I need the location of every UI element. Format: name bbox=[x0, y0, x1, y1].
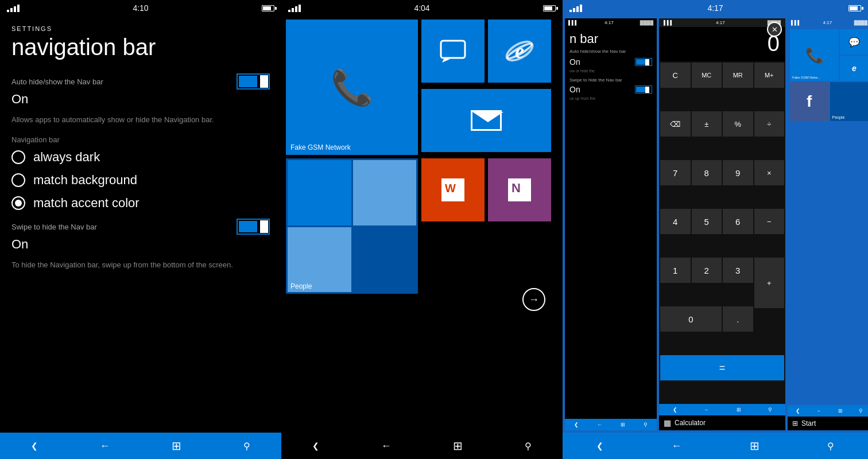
mini-search-1[interactable]: ⚲ bbox=[644, 422, 648, 427]
calc-btn-c[interactable]: C bbox=[660, 63, 691, 88]
mini-search-2[interactable]: ⚲ bbox=[768, 407, 772, 413]
windows-icon-1[interactable]: ⊞ bbox=[172, 439, 181, 453]
calc-btn-equals[interactable]: = bbox=[660, 355, 784, 380]
mini-toggle-row-2: Swipe to hide the Nav bar bbox=[569, 77, 652, 83]
mini-time-3: 4:17 bbox=[823, 20, 832, 25]
radio-outer-3[interactable] bbox=[11, 196, 25, 210]
messaging-tile[interactable] bbox=[421, 20, 485, 83]
more-arrow[interactable]: → bbox=[522, 288, 545, 311]
mini-search-3[interactable]: ⚲ bbox=[859, 408, 863, 414]
status-bar-2: 4:04 bbox=[281, 0, 563, 16]
windows-icon-2[interactable]: ⊞ bbox=[453, 439, 463, 453]
mini-nav-1: ❮ ← ⊞ ⚲ bbox=[565, 419, 657, 430]
back-icon-2[interactable]: ← bbox=[381, 440, 392, 452]
chevron-icon-1[interactable]: ❮ bbox=[31, 441, 38, 450]
mini-chevron-1[interactable]: ❮ bbox=[574, 422, 579, 427]
calc-btn-backspace[interactable]: ⌫ bbox=[660, 111, 691, 137]
back-icon-1[interactable]: ← bbox=[100, 440, 110, 452]
chevron-icon-3[interactable]: ❮ bbox=[596, 441, 603, 450]
calc-btn-mc[interactable]: MC bbox=[692, 63, 722, 88]
calc-btn-7[interactable]: 7 bbox=[660, 160, 691, 185]
mini-win-1[interactable]: ⊞ bbox=[621, 422, 625, 427]
calc-btn-8[interactable]: 8 bbox=[692, 160, 722, 185]
mini-people-tile[interactable]: People bbox=[830, 82, 869, 121]
radio-match-accent[interactable]: match accent color bbox=[11, 196, 270, 211]
toggle-track-1[interactable] bbox=[237, 73, 270, 90]
toggle-track-2[interactable] bbox=[237, 219, 270, 235]
calc-btn-dot[interactable]: . bbox=[723, 306, 753, 332]
radio-inner-3 bbox=[15, 200, 22, 207]
autohide-value: On bbox=[11, 92, 270, 107]
settings-panel: 4:10 SETTINGS navigation bar Auto hide/s… bbox=[0, 0, 281, 459]
calc-btn-mplus[interactable]: M+ bbox=[754, 63, 785, 88]
calc-btn-3[interactable]: 3 bbox=[723, 258, 753, 283]
calc-btn-1[interactable]: 1 bbox=[660, 258, 691, 283]
mini-chevron-3[interactable]: ❮ bbox=[796, 408, 800, 414]
mini-calc-phone[interactable]: ✕ ▌▌▌ 4:17 ▓▓▓▓ 0 C MC MR M+ ⌫ ± % ÷ 7 8… bbox=[659, 18, 785, 430]
autohide-toggle[interactable] bbox=[237, 73, 270, 90]
calc-btn-0[interactable]: 0 bbox=[660, 306, 722, 332]
mini-start-tiles: 📞 Fake GSM Netw… 💬 e f bbox=[788, 27, 868, 405]
back-icon-3[interactable]: ← bbox=[671, 440, 681, 452]
mail-tile[interactable] bbox=[421, 89, 551, 152]
mini-toggle-nub-2 bbox=[645, 87, 649, 93]
radio-match-bg[interactable]: match background bbox=[11, 173, 270, 188]
nav-bar-3: ❮ ← ⊞ ⚲ bbox=[563, 433, 868, 459]
mini-chevron-2[interactable]: ❮ bbox=[673, 407, 677, 413]
phone-tile-label: Fake GSM Network bbox=[290, 143, 351, 151]
svg-rect-0 bbox=[441, 41, 465, 58]
calc-btn-5[interactable]: 5 bbox=[692, 209, 722, 234]
office-tile[interactable]: W bbox=[421, 158, 485, 221]
mini-back-3[interactable]: ← bbox=[816, 408, 822, 414]
mini-swipe-label: Swipe to hide the Nav bar bbox=[569, 77, 622, 83]
mini-toggle-2[interactable] bbox=[635, 85, 652, 94]
calc-btn-minus[interactable]: − bbox=[754, 209, 785, 234]
mini-phone-tile[interactable]: 📞 Fake GSM Netw… bbox=[790, 29, 839, 81]
ie-tile[interactable]: e bbox=[488, 20, 551, 83]
mini-win-3[interactable]: ⊞ bbox=[838, 408, 843, 414]
calc-btn-divide[interactable]: ÷ bbox=[754, 111, 785, 137]
battery-icon-2 bbox=[543, 5, 556, 11]
mini-start-phone[interactable]: ▌▌▌ 4:17 ▓▓▓▓ 📞 Fake GSM Netw… 💬 bbox=[788, 18, 868, 430]
phone-tile[interactable]: 📞 Fake GSM Network bbox=[286, 20, 418, 155]
people-tile[interactable]: People bbox=[286, 158, 418, 294]
chevron-icon-2[interactable]: ❮ bbox=[312, 441, 319, 450]
mini-toggle-1[interactable] bbox=[635, 58, 652, 66]
mini-battery-3: ▓▓▓▓ bbox=[854, 20, 867, 25]
calc-btn-plus[interactable]: + bbox=[754, 258, 785, 308]
radio-always-dark[interactable]: always dark bbox=[11, 150, 270, 165]
mini-ie-tile[interactable]: e bbox=[840, 56, 868, 81]
calc-btn-6[interactable]: 6 bbox=[723, 209, 753, 234]
calc-buttons-grid: C MC MR M+ ⌫ ± % ÷ 7 8 9 × 4 5 6 − 1 2 3… bbox=[659, 61, 785, 404]
calc-btn-mr[interactable]: MR bbox=[723, 63, 753, 88]
calc-btn-9[interactable]: 9 bbox=[723, 160, 753, 185]
windows-icon-3[interactable]: ⊞ bbox=[750, 439, 760, 453]
swipe-toggle[interactable] bbox=[237, 219, 270, 235]
swipe-row: Swipe to hide the Nav bar On bbox=[11, 219, 270, 252]
status-icons-1 bbox=[262, 5, 274, 11]
status-bar-1: 4:10 bbox=[0, 0, 281, 16]
mini-win-2[interactable]: ⊞ bbox=[737, 407, 741, 413]
mini-battery-1: ▓▓▓▓ bbox=[640, 20, 653, 25]
calc-btn-multiply[interactable]: × bbox=[754, 160, 785, 185]
mini-fb-tile[interactable]: f bbox=[790, 82, 829, 121]
radio-outer-1[interactable] bbox=[11, 150, 25, 164]
search-icon-1[interactable]: ⚲ bbox=[243, 441, 250, 452]
mini-back-2[interactable]: ← bbox=[704, 407, 710, 413]
mini-msg-tile[interactable]: 💬 bbox=[840, 29, 868, 55]
search-icon-3[interactable]: ⚲ bbox=[827, 441, 834, 452]
status-time-1: 4:10 bbox=[133, 3, 148, 13]
calc-btn-percent[interactable]: % bbox=[723, 111, 753, 137]
multitask-content: ▌▌▌ 4:17 ▓▓▓▓ n bar Auto hide/show the N… bbox=[563, 16, 868, 433]
mini-settings-phone[interactable]: ▌▌▌ 4:17 ▓▓▓▓ n bar Auto hide/show the N… bbox=[565, 18, 657, 430]
calc-btn-plusminus[interactable]: ± bbox=[692, 111, 722, 137]
calc-app-label: ▦ Calculator bbox=[659, 415, 785, 430]
close-button[interactable]: ✕ bbox=[767, 22, 782, 37]
search-icon-2[interactable]: ⚲ bbox=[525, 441, 532, 452]
radio-outer-2[interactable] bbox=[11, 173, 25, 187]
mini-back-1[interactable]: ← bbox=[597, 422, 602, 427]
calc-btn-4[interactable]: 4 bbox=[660, 209, 691, 234]
mini-toggle-fill-1 bbox=[636, 59, 645, 65]
onenote-tile[interactable]: N bbox=[488, 158, 551, 221]
calc-btn-2[interactable]: 2 bbox=[692, 258, 722, 283]
